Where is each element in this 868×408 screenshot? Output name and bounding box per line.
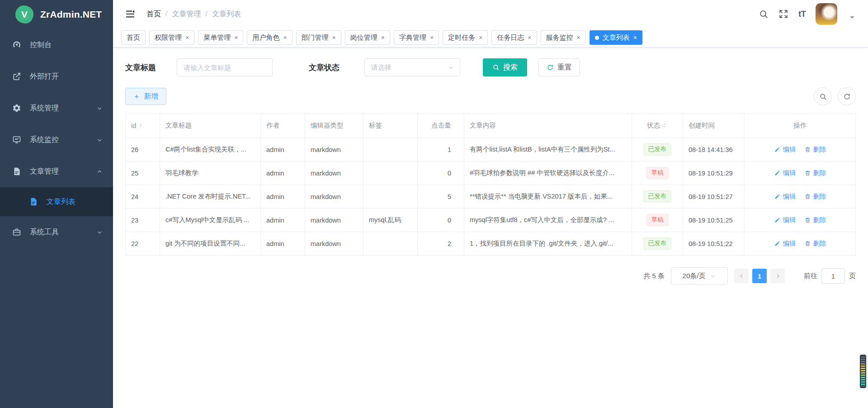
cell-created: 08-19 10:51:27 [683,185,745,209]
tab-close-icon[interactable]: × [332,34,336,41]
refresh-icon [547,64,554,71]
table-row: 22git 为不同的项目设置不同...adminmarkdown21，找到项目所… [126,232,856,256]
sidebar-item-label: 系统管理 [30,104,96,113]
tab-close-icon[interactable]: × [479,34,482,41]
tab-user-role[interactable]: 用户角色× [247,30,292,45]
sidebar-item-system-admin[interactable]: 系统管理 [0,92,113,124]
tab-label: 任务日志 [497,33,524,42]
sidebar-item-system-tools[interactable]: 系统工具 [0,216,113,248]
cell-created: 08-19 10:51:22 [683,232,745,256]
reset-button[interactable]: 重置 [538,58,580,76]
add-button[interactable]: 新增 [125,88,166,105]
toggle-search-button[interactable] [814,87,832,105]
sidebar-item-article-list[interactable]: 文章列表 [0,187,113,216]
edit-button[interactable]: 编辑 [774,192,796,201]
sidebar-item-external-open[interactable]: 外部打开 [0,61,113,92]
cell-status: 已发布 [632,138,683,161]
tab-close-icon[interactable]: × [381,34,385,41]
article-status-select[interactable]: 请选择 [364,58,460,76]
tab-close-icon[interactable]: × [633,34,637,41]
chevron-down-icon [96,229,103,236]
menu-fold-icon[interactable] [125,9,136,19]
tab-perm[interactable]: 权限管理× [149,30,194,45]
page-content: 文章标题 文章状态 请选择 搜索 重置 新增 [113,47,868,408]
cell-hits: 0 [418,161,464,185]
user-avatar[interactable] [816,3,837,25]
tab-close-icon[interactable]: × [577,34,580,41]
cell-tag [363,185,418,209]
pagination-total: 共 5 条 [643,272,665,280]
font-size-icon[interactable]: tT [798,9,806,19]
sidebar-item-system-monitor[interactable]: 系统监控 [0,124,113,156]
app-title: ZrAdmin.NET [40,9,102,20]
cell-hits: 5 [418,185,464,209]
tab-post[interactable]: 岗位管理× [345,30,390,45]
delete-button-label: 删除 [813,239,826,248]
sidebar-item-label: 文章管理 [30,167,96,176]
tab-cron[interactable]: 定时任务× [443,30,488,45]
navbar-actions: tT [759,3,857,25]
next-page-button[interactable] [770,269,785,283]
logo-letter: V [21,9,28,20]
delete-button[interactable]: 删除 [804,192,826,201]
level-indicator-widget[interactable] [860,355,866,388]
cell-status: 草稿 [632,209,683,232]
fullscreen-icon[interactable] [778,9,788,19]
delete-button[interactable]: 删除 [804,169,826,177]
delete-icon [804,240,811,247]
tab-menu[interactable]: 菜单管理× [198,30,243,45]
delete-button-label: 删除 [813,216,826,224]
tab-dept[interactable]: 部门管理× [296,30,341,45]
page-size-select[interactable]: 20条/页 [671,267,728,285]
search-icon[interactable] [759,9,769,19]
column-header-hits: 点击量 [418,114,464,138]
plus-icon [133,93,140,100]
tab-service-monitor[interactable]: 服务监控× [541,30,586,45]
column-header-status[interactable]: 状态 [632,114,683,138]
delete-button[interactable]: 删除 [804,239,826,248]
delete-icon [804,146,811,153]
prev-page-button[interactable] [734,269,749,283]
main-area: 首页/文章管理/文章列表 tT 首页权限管理×菜单管理×用户角色×部门管理×岗位… [113,0,868,408]
cell-id: 25 [126,161,160,185]
edit-button[interactable]: 编辑 [774,239,796,248]
breadcrumb-item[interactable]: 首页 [146,9,161,19]
edit-icon [774,193,781,200]
edit-button[interactable]: 编辑 [774,145,796,154]
table-toolbar: 新增 [125,87,856,105]
sidebar-item-article-admin[interactable]: 文章管理 [0,156,113,187]
edit-button[interactable]: 编辑 [774,216,796,224]
goto-page-input[interactable] [821,268,845,284]
edit-button[interactable]: 编辑 [774,169,796,177]
tab-dict[interactable]: 字典管理× [394,30,439,45]
top-navbar: 首页/文章管理/文章列表 tT [113,0,868,28]
tab-job-log[interactable]: 任务日志× [491,30,537,45]
caret-down-icon[interactable] [847,12,857,22]
column-header-created: 创建时间 [683,114,745,138]
tab-close-icon[interactable]: × [528,34,531,41]
cell-title: c#写入Mysql中文显示乱码 ... [160,209,261,232]
sidebar-item-dashboard[interactable]: 控制台 [0,29,113,61]
edit-button-label: 编辑 [783,192,796,201]
tab-close-icon[interactable]: × [185,34,189,41]
column-label: 文章标题 [165,121,192,130]
article-title-label: 文章标题 [125,62,156,73]
refresh-icon [843,93,851,100]
tab-close-icon[interactable]: × [430,34,434,41]
tab-close-icon[interactable]: × [234,34,238,41]
delete-button[interactable]: 删除 [804,145,826,154]
edit-button-label: 编辑 [783,239,796,248]
tags-view-bar: 首页权限管理×菜单管理×用户角色×部门管理×岗位管理×字典管理×定时任务×任务日… [113,28,868,47]
article-title-input[interactable] [177,58,273,76]
table-row: 23c#写入Mysql中文显示乱码 ...adminmarkdownmysql,… [126,209,856,232]
cell-tag: mysql,乱码 [363,209,418,232]
search-button[interactable]: 搜索 [483,58,527,76]
delete-button-label: 删除 [813,145,826,154]
column-header-id[interactable]: id [126,114,160,138]
tab-article-list[interactable]: 文章列表× [590,30,642,45]
page-1-button[interactable]: 1 [752,269,767,283]
delete-button[interactable]: 删除 [804,216,826,224]
tab-home[interactable]: 首页 [121,30,146,45]
tab-close-icon[interactable]: × [283,34,287,41]
refresh-table-button[interactable] [838,87,856,105]
